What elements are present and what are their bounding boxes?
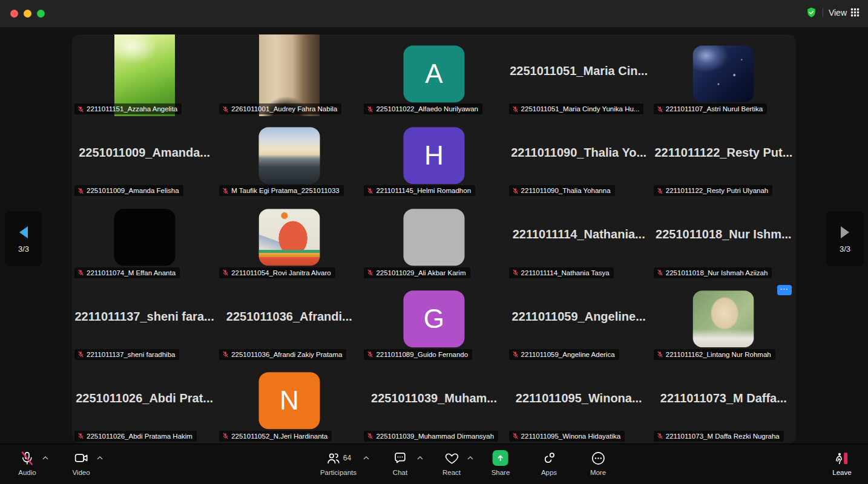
apps-icon [542,450,557,466]
heart-icon [444,450,459,466]
mic-off-icon [367,269,373,276]
participant-name-label: 2251011018_Nur Ishmah Aziizah [654,267,772,278]
share-label: Share [492,469,510,476]
more-button[interactable]: More [590,450,606,476]
participant-tile[interactable]: 2261011001_Audrey Fahra Nabila [217,34,361,116]
chat-options-chevron[interactable] [416,456,424,460]
participant-tile[interactable]: 2211011151_Azzaha Angelita [72,34,217,116]
participant-name-label: 2261011001_Audrey Fahra Nabila [219,103,341,114]
participant-display-name: 2251011009_Amanda... [76,116,213,189]
mic-off-icon [222,351,229,358]
participant-display-name: 2251011026_Abdi Prat... [76,362,213,435]
participant-tile[interactable]: 2251011026_Abdi Prat...2251011026_Abdi P… [72,362,217,443]
participant-name-label: 2211011089_Guido Fernando [364,349,472,360]
participant-tile[interactable]: 2251011039_Muham...2251011039_Muhammad D… [361,362,506,443]
participants-options-chevron[interactable] [363,456,370,460]
mic-off-icon [367,351,373,358]
video-button[interactable]: Video [72,450,90,476]
participant-display-name: 2211011095_Winona... [510,362,648,435]
audio-button[interactable]: Audio [18,450,36,476]
view-button[interactable]: View [829,8,860,18]
participant-tile[interactable]: 2251011029_Ali Akbar Karim [361,198,506,280]
mic-off-icon [222,269,229,276]
participant-display-name: 2211011137_sheni fara... [76,280,213,353]
participant-tile[interactable]: H2211011145_Helmi Romadhon [361,116,506,198]
mic-off-icon [657,106,663,113]
participant-tile[interactable]: 2251011009_Amanda...2251011009_Amanda Fe… [72,116,217,198]
participant-tile[interactable]: 2251011051_Maria Cin...2251011051_Maria … [507,34,651,116]
participant-display-name: 2251011051_Maria Cin... [510,34,648,108]
next-page-button[interactable]: 3/3 [826,211,864,266]
participant-name-label: 2211011090_Thalia Yohanna [509,185,615,196]
participant-display-name: 2211011059_Angeline... [510,280,648,353]
participants-button[interactable]: 64 Participants [320,450,357,476]
participant-tile[interactable]: M Taufik Egi Pratama_2251011033 [217,116,361,198]
participant-display-name: 2251011039_Muham... [365,362,502,435]
participant-display-name: 2211011114_Nathania... [510,198,648,271]
more-label: More [590,469,606,476]
participant-name-label: 2211011145_Helmi Romadhon [364,185,475,196]
participant-tile[interactable]: 2211011107_Astri Nurul Bertika [651,34,796,116]
participant-tile[interactable]: G2211011089_Guido Fernando [361,280,506,362]
share-button[interactable]: Share [492,450,510,476]
mic-off-icon [77,188,84,194]
participant-tile[interactable]: A2251011022_Alfaedo Nurilyawan [361,34,506,116]
participant-avatar: H [403,127,464,184]
window-titlebar: View [0,0,868,27]
close-window-button[interactable] [10,10,18,18]
participant-name-label: 2211011073_M Daffa Rezki Nugraha [654,431,784,442]
apps-button[interactable]: Apps [541,450,557,476]
mic-off-icon [512,188,519,194]
participant-tile[interactable]: 2211011074_M Effan Ananta [72,198,217,280]
participant-avatar [693,45,754,102]
participant-tile[interactable]: 2211011095_Winona...2211011095_Winona Hi… [507,362,651,443]
mic-off-icon [512,269,519,276]
participant-name-label: 2251011036_Afrandi Zakiy Pratama [219,349,346,360]
participant-tile[interactable]: 2251011018_Nur Ishm...2251011018_Nur Ish… [651,198,796,280]
participant-name-label: 2251011052_N.Jeri Hardinanta [219,431,332,442]
tile-more-button[interactable]: ··· [777,285,792,295]
participant-tile[interactable]: 2211011054_Rovi Janitra Alvaro [217,198,361,280]
participant-tile[interactable]: 2211011122_Resty Put...2211011122_Resty … [651,116,796,198]
participant-name-label: 2251011029_Ali Akbar Karim [364,267,470,278]
next-page-arrow-icon [837,224,853,240]
mic-off-icon [77,351,84,358]
maximize-window-button[interactable] [37,10,45,18]
participant-tile[interactable]: 2211011114_Nathania...2211011114_Nathani… [507,198,651,280]
leave-meeting-icon [835,450,850,466]
video-options-chevron[interactable] [96,456,104,460]
mic-off-icon [222,433,229,439]
participant-name-label: 2211011114_Nathania Tasya [509,267,614,278]
page-indicator: 3/3 [18,244,29,253]
participant-avatar [258,127,320,184]
gallery-panel: 2211011151_Azzaha Angelita2261011001_Aud… [72,34,796,443]
participant-tile[interactable]: 2251011036_Afrandi...2251011036_Afrandi … [217,280,361,362]
microphone-muted-icon [19,450,35,466]
participant-name-label: 2211011059_Angeline Aderica [509,349,619,360]
participant-display-name: 2211011122_Resty Put... [655,116,792,189]
participant-tile[interactable]: 2211011059_Angeline...2211011059_Angelin… [507,280,651,362]
react-options-chevron[interactable] [467,456,474,460]
react-button[interactable]: React [442,450,461,476]
leave-label: Leave [832,469,851,476]
participant-tile[interactable]: 2211011090_Thalia Yo...2211011090_Thalia… [507,116,651,198]
minimize-window-button[interactable] [24,10,31,18]
participant-tile[interactable]: 2211011137_sheni fara...2211011137_sheni… [72,280,217,362]
chat-button[interactable]: Chat [393,450,408,476]
react-label: React [442,469,461,476]
participant-tile[interactable]: 2211011162_Lintang Nur Rohmah··· [651,280,796,362]
more-ellipsis-icon [590,450,605,466]
mic-off-icon [77,106,84,113]
audio-options-chevron[interactable] [42,456,49,460]
mic-off-icon [512,433,519,439]
participant-avatar [403,209,464,266]
previous-page-button[interactable]: 3/3 [5,211,42,266]
participant-tile[interactable]: 2211011073_M Daffa...2211011073_M Daffa … [651,362,796,443]
participant-name-label: 2211011162_Lintang Nur Rohmah [654,349,775,360]
participant-name-label: 2211011095_Winona Hidayatika [509,431,625,442]
leave-button[interactable]: Leave [832,450,851,476]
mic-off-icon [222,106,229,113]
security-shield-icon[interactable] [806,7,817,18]
participant-tile[interactable]: N2251011052_N.Jeri Hardinanta [217,362,361,443]
participants-count: 64 [343,454,351,462]
